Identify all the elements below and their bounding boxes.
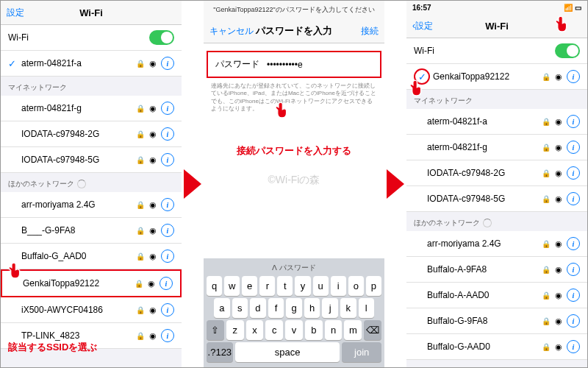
- info-icon[interactable]: i: [567, 340, 580, 353]
- wifi-toggle[interactable]: [555, 43, 580, 58]
- connected-network-row[interactable]: ✓ aterm-04821f-a 🔒◉i: [1, 51, 182, 77]
- key[interactable]: i: [331, 276, 346, 296]
- key[interactable]: e: [242, 276, 257, 296]
- wifi-icon: ◉: [149, 200, 157, 210]
- info-icon[interactable]: i: [161, 329, 174, 342]
- info-icon[interactable]: i: [161, 102, 174, 115]
- key[interactable]: u: [313, 276, 329, 296]
- key[interactable]: c: [265, 320, 283, 340]
- info-icon[interactable]: i: [567, 263, 580, 276]
- network-row[interactable]: arr-moriyama 2.4G🔒◉i: [406, 231, 587, 257]
- info-icon[interactable]: i: [567, 115, 580, 128]
- key[interactable]: n: [325, 320, 343, 340]
- key[interactable]: y: [295, 276, 310, 296]
- network-row[interactable]: IODATA-c97948-2G🔒◉i: [406, 160, 587, 186]
- wifi-label: Wi-Fi: [414, 46, 555, 56]
- back-button[interactable]: 設定: [7, 7, 24, 19]
- info-icon[interactable]: i: [161, 198, 174, 211]
- info-icon[interactable]: i: [567, 70, 580, 83]
- network-name: Buffalo-G-AAD0: [427, 342, 542, 352]
- wifi-icon: ◉: [149, 59, 157, 68]
- info-icon[interactable]: i: [567, 314, 580, 328]
- key[interactable]: s: [232, 298, 248, 318]
- lock-icon: 🔒: [542, 169, 551, 177]
- network-row[interactable]: Buffalo-G-AAD0🔒◉i: [406, 334, 587, 360]
- key[interactable]: q: [207, 276, 222, 296]
- key[interactable]: b: [305, 320, 323, 340]
- key[interactable]: l: [359, 298, 375, 318]
- key[interactable]: m: [344, 320, 362, 340]
- network-row[interactable]: IODATA-c97948-5G🔒◉i: [406, 186, 587, 212]
- key[interactable]: t: [277, 276, 293, 296]
- wifi-toggle-row: Wi-Fi: [1, 25, 182, 51]
- connect-button[interactable]: 接続: [361, 25, 379, 38]
- info-icon[interactable]: i: [161, 153, 174, 166]
- network-row[interactable]: GenkaiToppa92122🔒◉i: [1, 269, 182, 297]
- network-row[interactable]: B___-G-9FA8🔒◉i: [1, 218, 182, 244]
- key[interactable]: h: [304, 298, 320, 318]
- lock-icon: 🔒: [542, 73, 551, 81]
- network-row[interactable]: Buffalo-G_AAD0🔒◉i: [1, 244, 182, 269]
- section-my-networks: マイネットワーク: [1, 77, 182, 96]
- network-name: IODATA-c97948-2G: [21, 129, 136, 139]
- info-icon[interactable]: i: [567, 141, 580, 154]
- key[interactable]: j: [322, 298, 338, 318]
- key[interactable]: g: [286, 298, 302, 318]
- key[interactable]: ⇧: [207, 320, 224, 340]
- key-space[interactable]: space: [235, 342, 340, 362]
- info-icon[interactable]: i: [161, 250, 174, 263]
- password-prompt: "GenkaiToppa92122"のパスワードを入力してください: [204, 1, 384, 19]
- key[interactable]: a: [214, 298, 230, 318]
- key[interactable]: k: [340, 298, 356, 318]
- password-row[interactable]: パスワード ••••••••••e: [207, 51, 381, 78]
- key[interactable]: v: [285, 320, 303, 340]
- key-join[interactable]: join: [342, 342, 381, 362]
- keyboard-hint: ᐱ パスワード: [207, 261, 381, 276]
- key[interactable]: z: [226, 320, 244, 340]
- key[interactable]: ⌫: [364, 320, 381, 340]
- wifi-toggle[interactable]: [149, 30, 174, 45]
- key[interactable]: w: [224, 276, 240, 296]
- network-row[interactable]: arr-moriyama 2.4G🔒◉i: [1, 192, 182, 218]
- lock-icon: 🔒: [136, 306, 145, 314]
- wifi-icon: ◉: [149, 130, 157, 139]
- network-row[interactable]: aterm-04821f-g🔒◉i: [406, 135, 587, 160]
- back-button[interactable]: ‹設定: [412, 20, 433, 32]
- network-row[interactable]: IODATA-c97948-2G🔒◉i: [1, 121, 182, 147]
- info-icon[interactable]: i: [159, 277, 173, 290]
- network-name: Buffalo-A-AAD0: [427, 290, 542, 300]
- info-icon[interactable]: i: [567, 289, 580, 302]
- password-field[interactable]: ••••••••••e: [267, 60, 303, 70]
- network-row[interactable]: Buffalo-A-9FA8🔒◉i: [406, 257, 587, 283]
- network-name: GenkaiToppa92122: [23, 278, 135, 289]
- cancel-button[interactable]: キャンセル: [209, 25, 254, 38]
- info-icon[interactable]: i: [161, 303, 174, 316]
- key[interactable]: p: [366, 276, 381, 296]
- network-row[interactable]: aterm-04821f-g🔒◉i: [1, 96, 182, 121]
- info-icon[interactable]: i: [161, 57, 174, 70]
- info-icon[interactable]: i: [567, 192, 580, 205]
- key-mode[interactable]: .?123: [207, 342, 233, 362]
- network-row[interactable]: iX500-AWYCF04186🔒◉i: [1, 297, 182, 323]
- key[interactable]: r: [259, 276, 275, 296]
- wifi-icon: ◉: [555, 169, 562, 178]
- info-icon[interactable]: i: [567, 166, 580, 180]
- network-name: IODATA-c97948-5G: [427, 194, 542, 204]
- network-row[interactable]: Buffalo-G-9FA8🔒◉i: [406, 308, 587, 334]
- key[interactable]: o: [348, 276, 364, 296]
- connected-network-row[interactable]: ✓ GenkaiToppa92122 🔒◉i: [406, 64, 587, 90]
- wifi-icon: ◉: [555, 194, 562, 204]
- arrow-right-icon: [384, 1, 406, 367]
- info-icon[interactable]: i: [161, 127, 174, 141]
- key[interactable]: d: [250, 298, 266, 318]
- network-row[interactable]: Buffalo-A-AAD0🔒◉i: [406, 283, 587, 308]
- network-row[interactable]: IODATA-c97948-5G🔒◉i: [1, 147, 182, 173]
- lock-icon: 🔒: [542, 118, 551, 126]
- network-row[interactable]: aterm-04821f-a🔒◉i: [406, 109, 587, 135]
- key[interactable]: f: [268, 298, 284, 318]
- hand-pointer-icon: [408, 78, 429, 100]
- wifi-label: Wi-Fi: [8, 32, 149, 43]
- info-icon[interactable]: i: [567, 237, 580, 250]
- info-icon[interactable]: i: [161, 224, 174, 237]
- key[interactable]: x: [246, 320, 264, 340]
